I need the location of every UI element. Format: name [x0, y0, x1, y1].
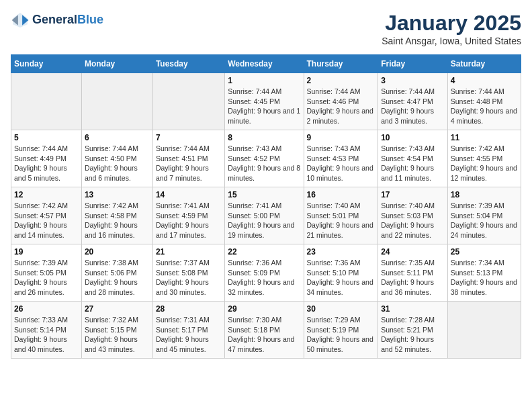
- calendar-header: SundayMondayTuesdayWednesdayThursdayFrid…: [11, 55, 521, 73]
- day-info: Sunrise: 7:44 AM Sunset: 4:45 PM Dayligh…: [228, 87, 300, 126]
- day-cell: 17Sunrise: 7:40 AM Sunset: 5:03 PM Dayli…: [378, 187, 448, 244]
- week-row-1: 5Sunrise: 7:44 AM Sunset: 4:49 PM Daylig…: [11, 130, 521, 187]
- day-number: 16: [307, 190, 375, 199]
- day-number: 1: [228, 76, 300, 85]
- day-cell: 18Sunrise: 7:39 AM Sunset: 5:04 PM Dayli…: [447, 187, 521, 244]
- day-number: 15: [228, 190, 300, 199]
- day-cell: 1Sunrise: 7:44 AM Sunset: 4:45 PM Daylig…: [225, 73, 304, 130]
- day-cell: 24Sunrise: 7:35 AM Sunset: 5:11 PM Dayli…: [378, 244, 448, 302]
- day-number: 24: [381, 247, 445, 257]
- header-row: SundayMondayTuesdayWednesdayThursdayFrid…: [11, 55, 521, 73]
- day-number: 2: [307, 76, 375, 85]
- day-number: 7: [156, 133, 222, 142]
- day-cell: 30Sunrise: 7:29 AM Sunset: 5:19 PM Dayli…: [304, 302, 378, 359]
- day-cell: 21Sunrise: 7:37 AM Sunset: 5:08 PM Dayli…: [152, 244, 224, 302]
- day-info: Sunrise: 7:42 AM Sunset: 4:58 PM Dayligh…: [85, 201, 150, 240]
- day-number: 3: [381, 76, 445, 85]
- day-cell: 26Sunrise: 7:33 AM Sunset: 5:14 PM Dayli…: [11, 302, 82, 359]
- day-info: Sunrise: 7:40 AM Sunset: 5:01 PM Dayligh…: [307, 201, 375, 240]
- calendar-body: 1Sunrise: 7:44 AM Sunset: 4:45 PM Daylig…: [11, 73, 521, 359]
- day-cell: 25Sunrise: 7:34 AM Sunset: 5:13 PM Dayli…: [447, 244, 521, 302]
- day-cell: 5Sunrise: 7:44 AM Sunset: 4:49 PM Daylig…: [11, 130, 82, 187]
- day-cell: 20Sunrise: 7:38 AM Sunset: 5:06 PM Dayli…: [81, 244, 152, 302]
- day-cell: 16Sunrise: 7:40 AM Sunset: 5:01 PM Dayli…: [304, 187, 378, 244]
- week-row-4: 26Sunrise: 7:33 AM Sunset: 5:14 PM Dayli…: [11, 302, 521, 359]
- header-cell-wednesday: Wednesday: [225, 55, 304, 73]
- day-cell: 12Sunrise: 7:42 AM Sunset: 4:57 PM Dayli…: [11, 187, 82, 244]
- header-cell-monday: Monday: [81, 55, 152, 73]
- day-number: 4: [451, 76, 518, 85]
- day-number: 11: [451, 133, 518, 142]
- day-cell: 23Sunrise: 7:36 AM Sunset: 5:10 PM Dayli…: [304, 244, 378, 302]
- logo-icon: [11, 11, 30, 30]
- day-info: Sunrise: 7:43 AM Sunset: 4:53 PM Dayligh…: [307, 144, 375, 183]
- calendar-title: January 2025: [382, 11, 521, 36]
- week-row-2: 12Sunrise: 7:42 AM Sunset: 4:57 PM Dayli…: [11, 187, 521, 244]
- day-cell: 22Sunrise: 7:36 AM Sunset: 5:09 PM Dayli…: [225, 244, 304, 302]
- day-number: 28: [156, 304, 222, 314]
- day-cell: 28Sunrise: 7:31 AM Sunset: 5:17 PM Dayli…: [152, 302, 224, 359]
- header-cell-sunday: Sunday: [11, 55, 82, 73]
- logo: GeneralBlue: [11, 11, 103, 30]
- day-info: Sunrise: 7:36 AM Sunset: 5:10 PM Dayligh…: [307, 258, 375, 298]
- header-cell-saturday: Saturday: [447, 55, 521, 73]
- day-number: 13: [85, 190, 150, 199]
- day-number: 31: [381, 304, 445, 314]
- day-number: 25: [451, 247, 518, 257]
- day-cell: [11, 73, 82, 130]
- day-info: Sunrise: 7:43 AM Sunset: 4:52 PM Dayligh…: [228, 144, 300, 183]
- day-cell: [81, 73, 152, 130]
- day-info: Sunrise: 7:44 AM Sunset: 4:46 PM Dayligh…: [307, 87, 375, 126]
- day-info: Sunrise: 7:42 AM Sunset: 4:57 PM Dayligh…: [14, 201, 79, 240]
- title-area: January 2025 Saint Ansgar, Iowa, United …: [382, 11, 521, 46]
- day-cell: 2Sunrise: 7:44 AM Sunset: 4:46 PM Daylig…: [304, 73, 378, 130]
- day-number: 14: [156, 190, 222, 199]
- day-number: 6: [85, 133, 150, 142]
- day-info: Sunrise: 7:44 AM Sunset: 4:51 PM Dayligh…: [156, 144, 222, 183]
- day-number: 17: [381, 190, 445, 199]
- day-cell: 9Sunrise: 7:43 AM Sunset: 4:53 PM Daylig…: [304, 130, 378, 187]
- day-info: Sunrise: 7:44 AM Sunset: 4:49 PM Dayligh…: [14, 144, 79, 183]
- logo-text: GeneralBlue: [32, 13, 103, 27]
- day-cell: 8Sunrise: 7:43 AM Sunset: 4:52 PM Daylig…: [225, 130, 304, 187]
- day-cell: 6Sunrise: 7:44 AM Sunset: 4:50 PM Daylig…: [81, 130, 152, 187]
- day-number: 5: [14, 133, 79, 142]
- header-cell-thursday: Thursday: [304, 55, 378, 73]
- day-number: 20: [85, 247, 150, 257]
- day-cell: 7Sunrise: 7:44 AM Sunset: 4:51 PM Daylig…: [152, 130, 224, 187]
- day-cell: 3Sunrise: 7:44 AM Sunset: 4:47 PM Daylig…: [378, 73, 448, 130]
- header-cell-tuesday: Tuesday: [152, 55, 224, 73]
- day-info: Sunrise: 7:33 AM Sunset: 5:14 PM Dayligh…: [14, 315, 79, 355]
- day-number: 8: [228, 133, 300, 142]
- week-row-0: 1Sunrise: 7:44 AM Sunset: 4:45 PM Daylig…: [11, 73, 521, 130]
- day-info: Sunrise: 7:41 AM Sunset: 5:00 PM Dayligh…: [228, 201, 300, 240]
- day-cell: 27Sunrise: 7:32 AM Sunset: 5:15 PM Dayli…: [81, 302, 152, 359]
- day-info: Sunrise: 7:34 AM Sunset: 5:13 PM Dayligh…: [451, 258, 518, 298]
- week-row-3: 19Sunrise: 7:39 AM Sunset: 5:05 PM Dayli…: [11, 244, 521, 302]
- day-info: Sunrise: 7:44 AM Sunset: 4:50 PM Dayligh…: [85, 144, 150, 183]
- day-info: Sunrise: 7:41 AM Sunset: 4:59 PM Dayligh…: [156, 201, 222, 240]
- day-number: 18: [451, 190, 518, 199]
- day-info: Sunrise: 7:32 AM Sunset: 5:15 PM Dayligh…: [85, 315, 150, 355]
- day-cell: 14Sunrise: 7:41 AM Sunset: 4:59 PM Dayli…: [152, 187, 224, 244]
- day-info: Sunrise: 7:30 AM Sunset: 5:18 PM Dayligh…: [228, 315, 300, 355]
- day-info: Sunrise: 7:31 AM Sunset: 5:17 PM Dayligh…: [156, 315, 222, 355]
- day-info: Sunrise: 7:44 AM Sunset: 4:47 PM Dayligh…: [381, 87, 445, 126]
- day-info: Sunrise: 7:39 AM Sunset: 5:04 PM Dayligh…: [451, 201, 518, 240]
- day-cell: 19Sunrise: 7:39 AM Sunset: 5:05 PM Dayli…: [11, 244, 82, 302]
- day-info: Sunrise: 7:38 AM Sunset: 5:06 PM Dayligh…: [85, 258, 150, 298]
- header-cell-friday: Friday: [378, 55, 448, 73]
- day-cell: 15Sunrise: 7:41 AM Sunset: 5:00 PM Dayli…: [225, 187, 304, 244]
- day-cell: 31Sunrise: 7:28 AM Sunset: 5:21 PM Dayli…: [378, 302, 448, 359]
- day-number: 19: [14, 247, 79, 257]
- day-info: Sunrise: 7:44 AM Sunset: 4:48 PM Dayligh…: [451, 87, 518, 126]
- calendar-subtitle: Saint Ansgar, Iowa, United States: [382, 36, 521, 46]
- day-number: 10: [381, 133, 445, 142]
- day-info: Sunrise: 7:36 AM Sunset: 5:09 PM Dayligh…: [228, 258, 300, 298]
- day-number: 9: [307, 133, 375, 142]
- day-info: Sunrise: 7:37 AM Sunset: 5:08 PM Dayligh…: [156, 258, 222, 298]
- day-number: 12: [14, 190, 79, 199]
- day-number: 29: [228, 304, 300, 314]
- day-number: 22: [228, 247, 300, 257]
- day-number: 26: [14, 304, 79, 314]
